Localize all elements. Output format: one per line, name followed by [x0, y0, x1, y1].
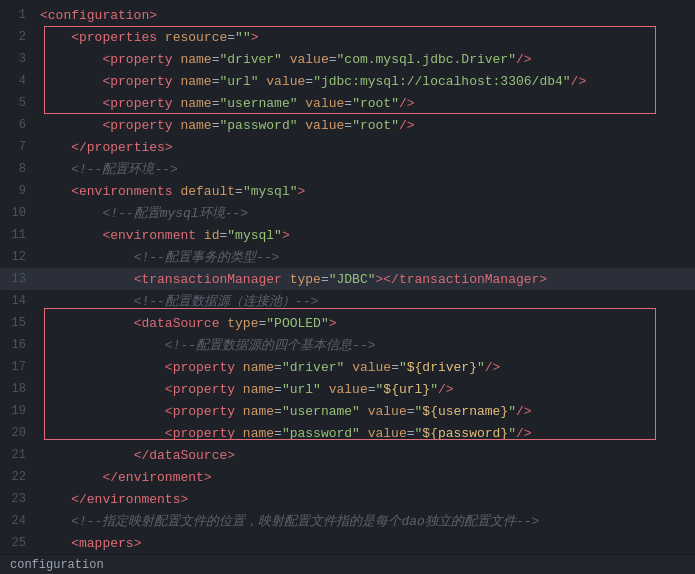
- line-number: 22: [0, 470, 36, 484]
- line-23: 23 </environments>: [0, 488, 695, 510]
- line-8: 8 <!--配置环境-->: [0, 158, 695, 180]
- line-content: <property name="url" value="${url}"/>: [36, 382, 695, 397]
- line-17: 17 <property name="driver" value="${driv…: [0, 356, 695, 378]
- line-content: <property name="username" value="root"/>: [36, 96, 695, 111]
- line-content: <!--指定映射配置文件的位置，映射配置文件指的是每个dao独立的配置文件-->: [36, 512, 695, 530]
- status-bar: configuration: [0, 554, 695, 574]
- line-16: 16 <!--配置数据源的四个基本信息-->: [0, 334, 695, 356]
- line-4: 4 <property name="url" value="jdbc:mysql…: [0, 70, 695, 92]
- line-number: 24: [0, 514, 36, 528]
- line-number: 10: [0, 206, 36, 220]
- line-content: <property name="url" value="jdbc:mysql:/…: [36, 74, 695, 89]
- line-2: 2 <properties resource="">: [0, 26, 695, 48]
- line-5: 5 <property name="username" value="root"…: [0, 92, 695, 114]
- status-text: configuration: [10, 558, 104, 572]
- line-content: <configuration>: [36, 8, 695, 23]
- line-9: 9 <environments default="mysql">: [0, 180, 695, 202]
- line-20: 20 <property name="password" value="${pa…: [0, 422, 695, 444]
- line-1: 1<configuration>: [0, 4, 695, 26]
- line-content: <!--配置环境-->: [36, 160, 695, 178]
- line-content: <!--配置数据源的四个基本信息-->: [36, 336, 695, 354]
- line-number: 17: [0, 360, 36, 374]
- line-content: <mappers>: [36, 536, 695, 551]
- line-24: 24 <!--指定映射配置文件的位置，映射配置文件指的是每个dao独立的配置文件…: [0, 510, 695, 532]
- line-content: <property name="driver" value="com.mysql…: [36, 52, 695, 67]
- line-content: <properties resource="">: [36, 30, 695, 45]
- line-content: <!--配置mysql环境-->: [36, 204, 695, 222]
- line-number: 12: [0, 250, 36, 264]
- line-content: <property name="driver" value="${driver}…: [36, 360, 695, 375]
- line-10: 10 <!--配置mysql环境-->: [0, 202, 695, 224]
- line-number: 9: [0, 184, 36, 198]
- line-25: 25 <mappers>: [0, 532, 695, 554]
- line-number: 8: [0, 162, 36, 176]
- line-number: 19: [0, 404, 36, 418]
- line-number: 5: [0, 96, 36, 110]
- line-13: 13 <transactionManager type="JDBC"></tra…: [0, 268, 695, 290]
- line-content: <dataSource type="POOLED">: [36, 316, 695, 331]
- line-11: 11 <environment id="mysql">: [0, 224, 695, 246]
- line-content: <!--配置数据源（连接池）-->: [36, 292, 695, 310]
- line-7: 7 </properties>: [0, 136, 695, 158]
- line-number: 4: [0, 74, 36, 88]
- line-number: 14: [0, 294, 36, 308]
- line-number: 25: [0, 536, 36, 550]
- line-content: <transactionManager type="JDBC"></transa…: [36, 272, 695, 287]
- line-content: </environment>: [36, 470, 695, 485]
- line-content: <property name="password" value="root"/>: [36, 118, 695, 133]
- line-21: 21 </dataSource>: [0, 444, 695, 466]
- line-3: 3 <property name="driver" value="com.mys…: [0, 48, 695, 70]
- line-number: 1: [0, 8, 36, 22]
- line-15: 15 <dataSource type="POOLED">: [0, 312, 695, 334]
- line-content: <environment id="mysql">: [36, 228, 695, 243]
- code-editor: 1<configuration>2 <properties resource="…: [0, 0, 695, 554]
- line-number: 2: [0, 30, 36, 44]
- line-number: 3: [0, 52, 36, 66]
- line-content: <property name="username" value="${usern…: [36, 404, 695, 419]
- line-content: </dataSource>: [36, 448, 695, 463]
- line-number: 21: [0, 448, 36, 462]
- line-number: 7: [0, 140, 36, 154]
- line-number: 6: [0, 118, 36, 132]
- line-12: 12 <!--配置事务的类型-->: [0, 246, 695, 268]
- line-content: </properties>: [36, 140, 695, 155]
- line-content: <environments default="mysql">: [36, 184, 695, 199]
- line-number: 23: [0, 492, 36, 506]
- line-6: 6 <property name="password" value="root"…: [0, 114, 695, 136]
- line-number: 13: [0, 272, 36, 286]
- line-number: 20: [0, 426, 36, 440]
- line-18: 18 <property name="url" value="${url}"/>: [0, 378, 695, 400]
- line-number: 11: [0, 228, 36, 242]
- line-number: 15: [0, 316, 36, 330]
- line-19: 19 <property name="username" value="${us…: [0, 400, 695, 422]
- line-number: 18: [0, 382, 36, 396]
- line-number: 16: [0, 338, 36, 352]
- line-content: <!--配置事务的类型-->: [36, 248, 695, 266]
- line-content: <property name="password" value="${passw…: [36, 426, 695, 441]
- line-content: </environments>: [36, 492, 695, 507]
- line-14: 14 <!--配置数据源（连接池）-->: [0, 290, 695, 312]
- line-22: 22 </environment>: [0, 466, 695, 488]
